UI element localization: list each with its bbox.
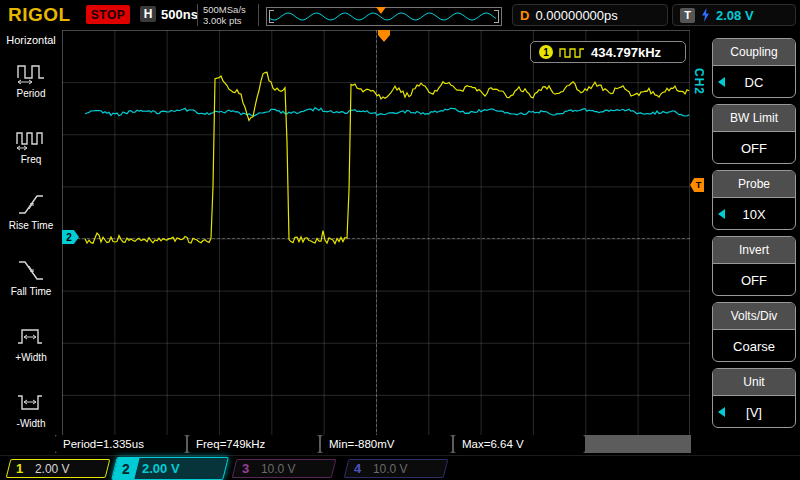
menu-item-fall-time[interactable]: Fall Time xyxy=(0,244,62,310)
left-menu: Horizontal Period Freq Rise Time xyxy=(0,30,62,455)
menu-item-label: -Width xyxy=(17,418,46,429)
menu-coupling[interactable]: Coupling DC xyxy=(712,38,796,98)
rigol-logo: RIGOL xyxy=(8,4,71,26)
measurement-period: Period=1.335us xyxy=(55,435,186,453)
freq-counter-channel-badge: 1 xyxy=(539,45,553,59)
menu-item-minus-width[interactable]: -Width xyxy=(0,376,62,442)
channel4-scale: 10.0 V xyxy=(373,462,408,476)
plus-width-icon xyxy=(16,323,46,349)
channel2-indicator[interactable]: 2 2.00 V xyxy=(111,457,229,480)
menu-volts-div[interactable]: Volts/Div Coarse xyxy=(712,302,796,362)
menu-item-plus-width[interactable]: +Width xyxy=(0,310,62,376)
measurement-min: Min=-880mV xyxy=(321,435,452,453)
menu-unit-value: [V] xyxy=(746,405,762,420)
menu-bw-limit-value: OFF xyxy=(741,141,767,156)
trigger-position-marker-tip-icon xyxy=(378,35,390,42)
channel3-scale: 10.0 V xyxy=(261,462,296,476)
left-arrow-icon xyxy=(718,407,725,417)
ch1-waveform xyxy=(85,72,689,243)
left-arrow-icon xyxy=(718,209,725,219)
measurement-freq: Freq=749kHz xyxy=(188,435,319,453)
waveform-display xyxy=(62,30,690,447)
rise-time-icon xyxy=(16,191,46,217)
oscilloscope-screen: RIGOL STOP H 500ns 500MSa/s 3.00k pts D … xyxy=(0,0,800,480)
menu-unit-label: Unit xyxy=(713,369,795,396)
horizontal-label: H xyxy=(140,6,156,22)
menu-item-label: +Width xyxy=(15,352,46,363)
menu-probe[interactable]: Probe 10X xyxy=(712,170,796,230)
channel4-number: 4 xyxy=(345,460,370,477)
minus-width-icon xyxy=(16,389,46,415)
top-bar: RIGOL STOP H 500ns 500MSa/s 3.00k pts D … xyxy=(0,0,800,30)
menu-probe-label: Probe xyxy=(713,171,795,198)
channel1-scale: 2.00 V xyxy=(35,462,70,476)
freq-icon xyxy=(16,125,46,151)
menu-bw-limit-label: BW Limit xyxy=(713,105,795,132)
menu-volts-div-label: Volts/Div xyxy=(713,303,795,330)
trigger-level-marker: T xyxy=(690,178,704,192)
trigger-readout: T 2.08 V xyxy=(672,4,796,26)
channel-status-bar: 1 2.00 V 2 2.00 V 3 10.0 V 4 10.0 V xyxy=(0,455,800,480)
trigger-label-badge: T xyxy=(680,8,695,23)
menu-bw-limit[interactable]: BW Limit OFF xyxy=(712,104,796,164)
channel1-number: 1 xyxy=(7,460,32,477)
freq-counter: 1 434.797kHz xyxy=(530,41,686,63)
timebase-value: 500ns xyxy=(161,7,198,22)
divider xyxy=(197,4,198,26)
menu-invert-label: Invert xyxy=(713,237,795,264)
divider xyxy=(258,4,259,26)
channel3-number: 3 xyxy=(233,460,258,477)
left-arrow-icon xyxy=(718,77,725,87)
menu-item-label: Period xyxy=(17,88,46,99)
acquisition-info: 500MSa/s 3.00k pts xyxy=(203,4,246,26)
menu-item-period[interactable]: Period xyxy=(0,46,62,112)
menu-volts-div-value: Coarse xyxy=(733,339,775,354)
menu-probe-value: 10X xyxy=(742,207,765,222)
pulse-icon xyxy=(559,47,585,58)
delay-value: 0.00000000ps xyxy=(535,8,617,23)
measurement-max: Max=6.64 V xyxy=(454,435,585,453)
menu-invert-value: OFF xyxy=(741,273,767,288)
period-icon xyxy=(16,59,46,85)
menu-item-label: Freq xyxy=(21,154,42,165)
trigger-level-value: 2.08 V xyxy=(716,8,754,23)
measurement-bar: Period=1.335us Freq=749kHz Min=-880mV Ma… xyxy=(55,435,691,453)
channel1-indicator[interactable]: 1 2.00 V xyxy=(6,459,111,478)
menu-item-label: Fall Time xyxy=(11,286,52,297)
menu-coupling-label: Coupling xyxy=(713,39,795,66)
menu-invert[interactable]: Invert OFF xyxy=(712,236,796,296)
delay-label: D xyxy=(520,8,529,23)
channel3-indicator[interactable]: 3 10.0 V xyxy=(232,459,337,478)
sample-rate-value: 500MSa/s xyxy=(203,4,246,15)
channel4-indicator[interactable]: 4 10.0 V xyxy=(344,459,449,478)
menu-item-freq[interactable]: Freq xyxy=(0,112,62,178)
run-status-badge: STOP xyxy=(86,5,130,24)
trigger-slope-icon xyxy=(701,8,710,22)
preview-right-bracket-icon xyxy=(494,10,499,23)
left-menu-title: Horizontal xyxy=(0,30,62,46)
fall-time-icon xyxy=(16,257,46,283)
channel2-scale: 2.00 V xyxy=(142,461,180,476)
channel2-number: 2 xyxy=(112,458,139,479)
trigger-position-mini-marker-icon xyxy=(376,7,386,14)
menu-item-label: Rise Time xyxy=(9,220,53,231)
ch2-waveform xyxy=(85,108,689,116)
timebase-preview xyxy=(266,7,502,26)
menu-unit[interactable]: Unit [V] xyxy=(712,368,796,428)
preview-left-bracket-icon xyxy=(269,10,274,23)
menu-item-rise-time[interactable]: Rise Time xyxy=(0,178,62,244)
freq-counter-value: 434.797kHz xyxy=(591,45,661,60)
menu-coupling-value: DC xyxy=(745,75,764,90)
delay-readout: D 0.00000000ps xyxy=(512,4,668,26)
memory-depth-value: 3.00k pts xyxy=(203,15,246,26)
right-menu: Coupling DC BW Limit OFF Probe 10X Inver… xyxy=(704,30,800,455)
